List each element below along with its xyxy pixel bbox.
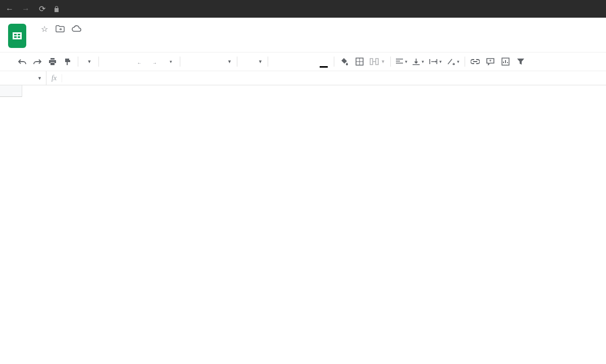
menu-help[interactable] [106, 37, 114, 41]
filter-button[interactable] [514, 55, 528, 69]
insert-chart-button[interactable] [498, 55, 513, 69]
print-button[interactable] [45, 55, 60, 69]
menu-edit[interactable] [42, 37, 50, 41]
browser-nav-bar: ← → ⟳ [0, 0, 606, 18]
bold-button[interactable] [271, 55, 285, 69]
menu-file[interactable] [33, 37, 41, 41]
formula-bar-row: ▼ fx [0, 71, 606, 85]
browser-url-bar[interactable] [54, 6, 601, 13]
currency-button[interactable] [102, 55, 116, 69]
menu-tools[interactable] [88, 37, 96, 41]
horizontal-align-button[interactable]: ▾ [394, 55, 410, 69]
zoom-select[interactable]: ▼ [81, 55, 95, 69]
merge-cells-button[interactable]: ▼ [368, 55, 387, 69]
fx-icon: fx [46, 74, 62, 82]
row-headers [0, 97, 22, 364]
star-icon[interactable]: ☆ [39, 24, 49, 34]
strikethrough-button[interactable] [301, 55, 316, 69]
paint-format-button[interactable] [61, 55, 75, 69]
text-rotation-button[interactable]: ▾ [445, 55, 462, 69]
browser-back-button[interactable]: ← [5, 5, 14, 14]
fill-color-button[interactable] [337, 55, 351, 69]
increase-decimal-button[interactable]: → [147, 55, 162, 69]
move-icon[interactable] [56, 25, 66, 33]
undo-button[interactable] [15, 55, 29, 69]
menu-view[interactable] [52, 37, 60, 41]
borders-button[interactable] [352, 55, 367, 69]
cloud-status-icon[interactable] [72, 25, 82, 32]
select-all-cells[interactable] [0, 85, 22, 97]
redo-button[interactable] [30, 55, 44, 69]
more-formats-button[interactable]: ▾ [163, 55, 177, 69]
menu-insert[interactable] [61, 37, 69, 41]
menu-addons[interactable] [97, 37, 105, 41]
toolbar: ▼ ← → ▾ ▼ ▼ ▼ ▾ ▾ ▾ ▾ [0, 52, 606, 71]
decrease-decimal-button[interactable]: ← [132, 55, 146, 69]
vertical-align-button[interactable]: ▾ [411, 55, 426, 69]
font-size-select[interactable]: ▼ [240, 55, 265, 69]
sheets-logo[interactable] [8, 24, 26, 48]
text-wrap-button[interactable]: ▾ [427, 55, 444, 69]
name-box[interactable]: ▼ [0, 71, 46, 85]
insert-link-button[interactable] [468, 55, 482, 69]
lock-icon [54, 6, 60, 13]
percent-button[interactable] [117, 55, 131, 69]
italic-button[interactable] [286, 55, 300, 69]
menu-format[interactable] [70, 37, 78, 41]
text-color-button[interactable] [317, 55, 331, 69]
menu-data[interactable] [79, 37, 87, 41]
title-bar: ☆ [0, 18, 606, 48]
menu-bar [33, 37, 121, 41]
browser-reload-button[interactable]: ⟳ [37, 4, 46, 14]
formula-bar-input[interactable] [62, 71, 606, 85]
font-select[interactable]: ▼ [183, 55, 234, 69]
browser-forward-button[interactable]: → [21, 5, 30, 14]
insert-comment-button[interactable] [483, 55, 497, 69]
